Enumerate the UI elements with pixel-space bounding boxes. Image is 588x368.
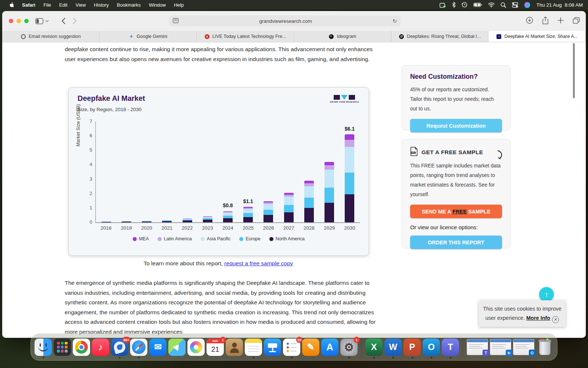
- scroll-to-top-button[interactable]: ↑: [539, 287, 554, 302]
- running-indicator: [43, 357, 44, 358]
- forward-button[interactable]: [73, 18, 77, 24]
- tab-1[interactable]: Email revision suggestion: [2, 31, 100, 42]
- bar-2023: [203, 216, 212, 222]
- menu-item-help[interactable]: Help: [170, 0, 188, 10]
- dock-trash-icon[interactable]: [536, 339, 553, 356]
- dock-maps-icon[interactable]: [168, 339, 186, 356]
- dock-outlook-icon[interactable]: O: [423, 339, 440, 356]
- dock-keynote-icon[interactable]: [264, 339, 281, 356]
- menu-item-edit[interactable]: Edit: [55, 0, 71, 10]
- ideogram-favicon: [329, 34, 334, 39]
- tab-3[interactable]: LIVE Today Latest Technology Fre...: [197, 31, 294, 42]
- y-axis-label: Market Size (US$B): [75, 104, 81, 146]
- dock-minimized-window-sync[interactable]: ↻: [490, 339, 511, 355]
- close-window-button[interactable]: [9, 19, 13, 23]
- bar-slot-2026: [258, 121, 279, 222]
- dock-finder-icon[interactable]: [35, 339, 52, 356]
- bar-slot-2030: $6.1: [340, 121, 360, 222]
- dock-thunderbird-icon[interactable]: 99+: [111, 339, 128, 356]
- segment-europe: [325, 188, 334, 203]
- dock-safari-icon[interactable]: [130, 339, 147, 356]
- minimize-window-button[interactable]: [17, 19, 21, 23]
- segment-north-america: [243, 217, 253, 222]
- dock-pages-icon[interactable]: ✎: [302, 339, 319, 356]
- svg-text:PDF: PDF: [411, 152, 415, 154]
- dock-excel-icon[interactable]: X: [365, 339, 383, 356]
- menu-bar: Safari File Edit View History Bookmarks …: [0, 0, 588, 10]
- dock-calendar-icon[interactable]: AUG211: [207, 339, 224, 356]
- tab-2[interactable]: ✦Google Gemini: [100, 31, 197, 42]
- downloads-icon[interactable]: [526, 17, 533, 25]
- safari-window: grandviewresearch.com ↻ Email revision s…: [2, 11, 586, 338]
- y-tick: 7: [83, 118, 92, 124]
- chart-subtitle: Size, by Region, 2018 - 2030: [78, 107, 141, 112]
- menu-item-file[interactable]: File: [39, 0, 55, 10]
- request-sample-link[interactable]: request a free sample copy: [224, 260, 293, 266]
- segment-asia-pacific: [345, 147, 354, 173]
- zoom-window-button[interactable]: [24, 19, 29, 23]
- wifi-icon[interactable]: [488, 1, 495, 8]
- tab-overview-icon[interactable]: [573, 17, 580, 25]
- control-center-icon[interactable]: [512, 1, 518, 8]
- segment-north-america: [223, 218, 233, 222]
- app-update-icon[interactable]: [440, 1, 446, 8]
- dock: ♪99+✉AUG21123✎A⚙1XWPOTT↻O: [31, 333, 557, 361]
- browser-toolbar: grandviewresearch.com ↻: [2, 11, 586, 31]
- cookie-more-info-link[interactable]: More Info: [526, 315, 550, 321]
- dock-launchpad-icon[interactable]: [54, 339, 71, 356]
- menu-item-safari[interactable]: Safari: [18, 0, 39, 10]
- share-icon[interactable]: [542, 17, 549, 26]
- new-tab-icon[interactable]: [557, 17, 564, 25]
- order-report-button[interactable]: ORDER THIS REPORT: [410, 236, 502, 249]
- dock-word-icon[interactable]: W: [384, 339, 402, 356]
- dock-reminders-icon[interactable]: 23: [283, 339, 300, 356]
- time-machine-icon[interactable]: [462, 1, 467, 8]
- dock-notes-icon[interactable]: [245, 339, 262, 356]
- request-customization-button[interactable]: Request Customization: [410, 119, 502, 132]
- page-scrollbar[interactable]: [573, 43, 575, 98]
- dock-settings-icon[interactable]: ⚙1: [340, 339, 358, 356]
- send-free-sample-button[interactable]: SEND ME A FREE SAMPLE: [410, 205, 502, 218]
- tab-6[interactable]: ▼Deepfake AI Market Size, Share A...: [488, 31, 586, 42]
- cookie-close-icon[interactable]: ✕: [552, 316, 559, 323]
- legend-dot: [201, 237, 205, 241]
- dock-minimized-window-teams[interactable]: T: [467, 339, 488, 355]
- dock-music-icon[interactable]: ♪: [92, 339, 109, 356]
- tab-4[interactable]: Ideogram: [294, 31, 391, 42]
- segment-north-america: [284, 212, 294, 222]
- dock-contacts-icon[interactable]: [226, 339, 243, 356]
- dock-powerpoint-icon[interactable]: P: [404, 339, 421, 356]
- dock-chrome-icon[interactable]: [73, 339, 90, 356]
- back-button[interactable]: [61, 18, 65, 24]
- menu-item-window[interactable]: Window: [145, 0, 170, 10]
- segment-north-america: [325, 203, 334, 222]
- url-text[interactable]: grandviewresearch.com: [179, 18, 392, 24]
- dock-photos-icon[interactable]: [187, 339, 205, 356]
- spotlight-icon[interactable]: [501, 1, 506, 8]
- bluetooth-icon[interactable]: [452, 1, 456, 8]
- bar-value-label: $6.1: [340, 126, 360, 132]
- sidebar-toggle-icon[interactable]: [35, 18, 49, 24]
- segment-mea: [325, 162, 334, 166]
- tab-5[interactable]: ØDeepfakes: Rising Threat, Global I...: [391, 31, 489, 42]
- menu-item-view[interactable]: View: [72, 0, 90, 10]
- menu-item-bookmarks[interactable]: Bookmarks: [113, 0, 145, 10]
- reader-view-icon[interactable]: [173, 18, 179, 24]
- reload-icon[interactable]: ↻: [392, 18, 397, 24]
- pdf-icon: PDF: [410, 147, 418, 158]
- siri-icon[interactable]: [524, 1, 530, 8]
- chart-legend: MEALatin AmericaAsia PacificEuropeNorth …: [69, 236, 369, 241]
- address-bar[interactable]: grandviewresearch.com ↻: [169, 15, 401, 26]
- dock-teams-icon[interactable]: T: [442, 339, 459, 356]
- bar-slot-2019: [116, 121, 136, 222]
- dock-appstore-icon[interactable]: A: [321, 339, 338, 356]
- apple-menu[interactable]: [5, 0, 18, 10]
- dock-mail-icon[interactable]: ✉: [149, 339, 166, 356]
- battery-icon[interactable]: [473, 1, 482, 8]
- legend-dot: [133, 237, 137, 241]
- chevron-down-icon[interactable]: [45, 20, 49, 22]
- running-indicator: [373, 357, 375, 358]
- dock-minimized-window-outlook[interactable]: O: [513, 339, 534, 355]
- menu-item-history[interactable]: History: [90, 0, 112, 10]
- segment-north-america: [203, 220, 212, 222]
